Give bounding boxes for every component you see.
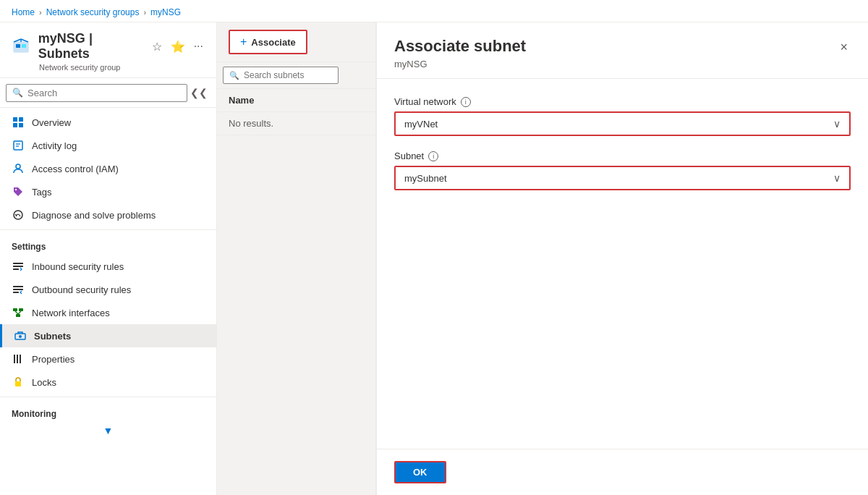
svg-rect-8 (13, 123, 17, 127)
favorite-button[interactable]: ⭐ (169, 38, 187, 55)
sidebar-item-diagnose-label: Diagnose and solve problems (32, 210, 156, 221)
svg-line-25 (15, 311, 18, 314)
subnets-icon (14, 329, 27, 342)
svg-rect-22 (13, 308, 17, 311)
sidebar-item-outbound[interactable]: Outbound security rules (0, 278, 216, 301)
sidebar-item-properties[interactable]: Properties (0, 347, 216, 371)
svg-rect-29 (14, 355, 15, 363)
no-results-text: No results. (217, 112, 375, 135)
panel-body: Virtual network i myVNet ∨ Subnet (377, 79, 868, 449)
svg-rect-16 (13, 263, 23, 264)
sidebar-search-box: 🔍 (6, 84, 187, 102)
pin-button[interactable]: ☆ (150, 38, 163, 55)
virtual-network-label: Virtual network i (394, 96, 851, 107)
props-icon (12, 352, 25, 365)
svg-rect-32 (15, 381, 21, 386)
nav-divider-monitoring (0, 397, 216, 397)
sidebar: myNSG | Subnets ☆ ⭐ ··· Network security… (0, 22, 217, 495)
overview-icon (12, 116, 25, 129)
sidebar-item-locks[interactable]: Locks (0, 371, 216, 394)
associate-button[interactable]: + Associate (229, 30, 307, 54)
svg-rect-24 (16, 314, 20, 317)
sidebar-item-tags-label: Tags (32, 187, 51, 198)
subnet-group: Subnet i mySubnet ∨ (394, 151, 851, 190)
svg-point-15 (14, 211, 22, 219)
outbound-icon (12, 283, 25, 296)
plus-icon: + (240, 35, 247, 48)
monitoring-section-title: Monitoring (0, 400, 216, 422)
sidebar-item-inbound-label: Inbound security rules (32, 261, 124, 272)
subnet-info-icon[interactable]: i (428, 151, 438, 161)
subnets-search-icon: 🔍 (229, 71, 239, 80)
scroll-down-icon: ▼ (103, 425, 114, 436)
more-button[interactable]: ··· (192, 38, 205, 54)
panel-title: Associate subnet (394, 37, 526, 56)
ok-button[interactable]: OK (394, 461, 446, 483)
sidebar-item-inbound[interactable]: Inbound security rules (0, 255, 216, 278)
sidebar-item-diagnose[interactable]: Diagnose and solve problems (0, 203, 216, 227)
sidebar-item-iam-label: Access control (IAM) (32, 164, 119, 174)
sidebar-title-text: myNSG | Subnets (38, 31, 143, 62)
subnet-value: mySubnet (404, 173, 447, 184)
virtual-network-select[interactable]: myVNet ∨ (394, 111, 851, 136)
sidebar-item-overview-label: Overview (32, 117, 71, 128)
subnets-search-input[interactable] (244, 70, 332, 80)
svg-rect-23 (19, 308, 23, 311)
svg-rect-19 (13, 286, 23, 287)
no-results-row: No results. (217, 112, 375, 135)
locks-icon (12, 376, 25, 389)
svg-rect-10 (14, 141, 22, 150)
search-icon: 🔍 (12, 88, 23, 98)
svg-point-14 (15, 189, 17, 190)
iam-icon (12, 162, 25, 175)
subnets-area: + Associate 🔍 Name (217, 22, 376, 495)
svg-line-26 (18, 311, 21, 314)
sidebar-subtitle: Network security group (39, 63, 205, 72)
sidebar-item-outbound-label: Outbound security rules (32, 284, 131, 295)
svg-point-13 (16, 164, 20, 169)
panel-title-area: Associate subnet myNSG (394, 37, 526, 69)
scroll-indicator: ▼ (0, 422, 216, 439)
sidebar-item-subnets[interactable]: Subnets (0, 324, 216, 347)
associate-label: Associate (251, 37, 295, 48)
sidebar-item-locks-label: Locks (32, 377, 56, 388)
panel-footer: OK (377, 449, 868, 495)
subnets-table: Name No results. (217, 89, 375, 495)
breadcrumb-mynsg[interactable]: myNSG (150, 7, 181, 17)
breadcrumb-nsg[interactable]: Network security groups (46, 7, 140, 17)
svg-rect-20 (13, 289, 23, 290)
collapse-button[interactable]: ❮❮ (187, 81, 210, 104)
settings-section-title: Settings (0, 233, 216, 255)
subnets-search-box: 🔍 (223, 67, 339, 84)
svg-rect-31 (20, 355, 21, 363)
subnet-select[interactable]: mySubnet ∨ (394, 166, 851, 190)
svg-point-28 (19, 335, 22, 338)
sidebar-item-activity-log[interactable]: Activity log (0, 134, 216, 157)
virtual-network-chevron-icon: ∨ (833, 118, 841, 130)
subnets-toolbar: + Associate (217, 22, 375, 62)
panel-close-button[interactable]: × (837, 37, 851, 58)
sidebar-nav: Overview Activity log (0, 108, 216, 495)
sidebar-item-subnets-label: Subnets (34, 331, 71, 342)
tags-icon (12, 185, 25, 198)
search-input[interactable] (27, 88, 181, 98)
panel-subtitle: myNSG (394, 59, 526, 69)
subnet-chevron-icon: ∨ (833, 172, 841, 184)
sidebar-item-overview[interactable]: Overview (0, 111, 216, 134)
sidebar-item-activity-label: Activity log (32, 140, 77, 151)
breadcrumb-home[interactable]: Home (12, 7, 35, 17)
subnet-label: Subnet i (394, 151, 851, 161)
virtual-network-info-icon[interactable]: i (461, 97, 471, 107)
sidebar-item-properties-label: Properties (32, 354, 75, 365)
sidebar-header: myNSG | Subnets ☆ ⭐ ··· Network security… (0, 22, 216, 78)
svg-rect-6 (13, 117, 17, 122)
virtual-network-value: myVNet (404, 119, 438, 130)
sidebar-item-iam[interactable]: Access control (IAM) (0, 157, 216, 180)
sidebar-item-tags[interactable]: Tags (0, 180, 216, 203)
sidebar-item-network-interfaces[interactable]: Network interfaces (0, 301, 216, 324)
nav-divider-settings (0, 229, 216, 230)
svg-rect-2 (22, 44, 26, 48)
nsg-icon (12, 36, 31, 56)
svg-rect-7 (19, 117, 23, 122)
netif-icon (12, 306, 25, 319)
